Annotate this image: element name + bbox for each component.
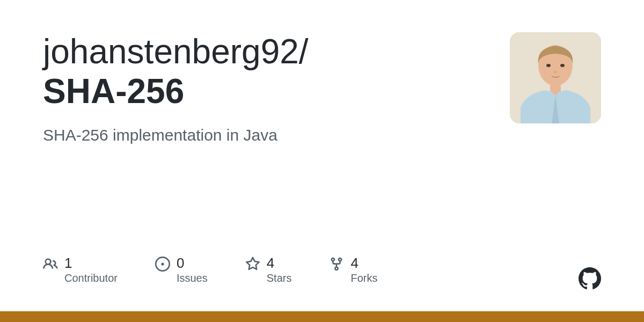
issue-icon [155, 257, 170, 272]
issues-count: 0 [177, 255, 208, 271]
repo-description: SHA-256 implementation in Java [43, 126, 494, 144]
stars-label: Stars [267, 272, 292, 284]
repo-title: johanstenberg92/ SHA-256 [43, 32, 494, 111]
star-icon [245, 257, 260, 272]
contributors-count: 1 [64, 255, 118, 271]
svg-point-3 [560, 64, 565, 67]
stat-stars[interactable]: 4 Stars [245, 255, 292, 284]
stat-contributors[interactable]: 1 Contributor [43, 255, 118, 284]
people-icon [43, 257, 58, 272]
avatar[interactable] [510, 32, 601, 123]
repo-owner[interactable]: johanstenberg92 [43, 32, 299, 71]
forks-label: Forks [350, 272, 377, 284]
stat-forks[interactable]: 4 Forks [329, 255, 377, 284]
title-separator: / [299, 32, 309, 71]
contributors-label: Contributor [64, 272, 118, 284]
repo-name[interactable]: SHA-256 [43, 72, 494, 112]
svg-point-2 [546, 64, 551, 67]
github-logo-icon[interactable] [579, 267, 601, 290]
stars-count: 4 [267, 255, 292, 271]
stats-row: 1 Contributor 0 Issues 4 Stars 4 Forks [43, 255, 377, 284]
fork-icon [329, 257, 344, 272]
language-bar [0, 311, 644, 322]
issues-label: Issues [177, 272, 208, 284]
forks-count: 4 [350, 255, 377, 271]
stat-issues[interactable]: 0 Issues [155, 255, 208, 284]
